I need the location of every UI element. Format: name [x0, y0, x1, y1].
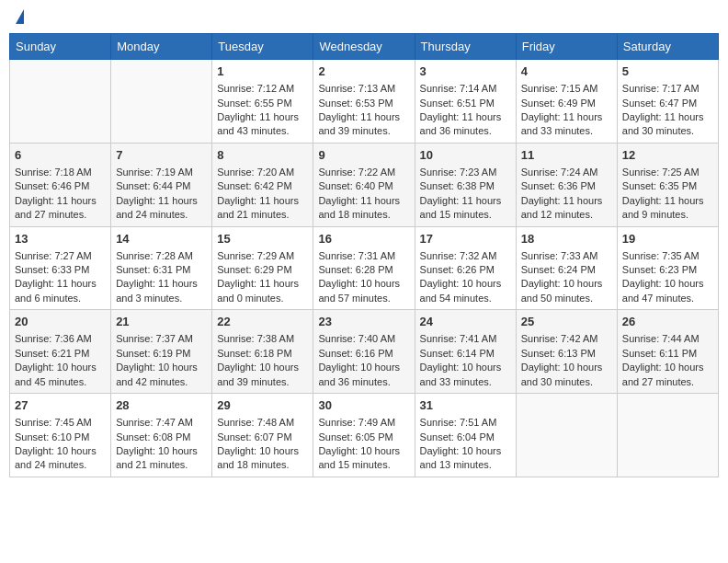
- calendar-header-row: SundayMondayTuesdayWednesdayThursdayFrid…: [10, 34, 719, 60]
- day-number: 29: [217, 397, 308, 414]
- sunrise-text: Sunrise: 7:27 AM: [15, 250, 92, 261]
- day-number: 8: [217, 147, 308, 164]
- calendar-cell: 2 Sunrise: 7:13 AM Sunset: 6:53 PM Dayli…: [313, 60, 415, 144]
- calendar-cell: 27 Sunrise: 7:45 AM Sunset: 6:10 PM Dayl…: [10, 394, 111, 477]
- daylight-text: Daylight: 10 hours and 30 minutes.: [521, 362, 603, 386]
- day-number: 14: [116, 231, 207, 247]
- sunrise-text: Sunrise: 7:38 AM: [217, 333, 294, 344]
- daylight-text: Daylight: 10 hours and 33 minutes.: [420, 362, 502, 386]
- day-number: 24: [420, 314, 511, 330]
- sunset-text: Sunset: 6:36 PM: [521, 180, 596, 191]
- calendar-cell: 29 Sunrise: 7:48 AM Sunset: 6:07 PM Dayl…: [212, 394, 313, 477]
- daylight-text: Daylight: 11 hours and 27 minutes.: [15, 195, 97, 220]
- sunrise-text: Sunrise: 7:48 AM: [217, 417, 294, 428]
- calendar-cell: 3 Sunrise: 7:14 AM Sunset: 6:51 PM Dayli…: [415, 60, 516, 144]
- daylight-text: Daylight: 10 hours and 45 minutes.: [15, 362, 97, 386]
- calendar-cell: 31 Sunrise: 7:51 AM Sunset: 6:04 PM Dayl…: [415, 394, 516, 477]
- calendar-cell: 5 Sunrise: 7:17 AM Sunset: 6:47 PM Dayli…: [617, 60, 718, 144]
- daylight-text: Daylight: 11 hours and 39 minutes.: [318, 111, 400, 136]
- sunset-text: Sunset: 6:05 PM: [318, 431, 392, 442]
- sunset-text: Sunset: 6:11 PM: [622, 348, 697, 359]
- calendar-cell: 26 Sunrise: 7:44 AM Sunset: 6:11 PM Dayl…: [617, 310, 718, 394]
- sunrise-text: Sunrise: 7:13 AM: [318, 83, 395, 94]
- sunset-text: Sunset: 6:14 PM: [420, 348, 495, 359]
- sunset-text: Sunset: 6:28 PM: [318, 264, 392, 275]
- sunset-text: Sunset: 6:08 PM: [116, 431, 190, 442]
- sunrise-text: Sunrise: 7:25 AM: [622, 167, 700, 178]
- sunset-text: Sunset: 6:31 PM: [116, 264, 190, 275]
- daylight-text: Daylight: 11 hours and 3 minutes.: [116, 278, 198, 303]
- day-number: 26: [622, 314, 713, 330]
- day-number: 22: [217, 314, 308, 330]
- sunset-text: Sunset: 6:29 PM: [217, 264, 291, 275]
- calendar-cell: 30 Sunrise: 7:49 AM Sunset: 6:05 PM Dayl…: [313, 394, 415, 477]
- day-number: 15: [217, 231, 308, 247]
- calendar-cell: 10 Sunrise: 7:23 AM Sunset: 6:38 PM Dayl…: [415, 143, 516, 226]
- sunrise-text: Sunrise: 7:49 AM: [318, 417, 395, 428]
- sunset-text: Sunset: 6:16 PM: [318, 348, 392, 359]
- sunrise-text: Sunrise: 7:23 AM: [420, 167, 497, 178]
- calendar-cell: 20 Sunrise: 7:36 AM Sunset: 6:21 PM Dayl…: [10, 310, 111, 394]
- sunrise-text: Sunrise: 7:41 AM: [420, 333, 497, 344]
- calendar-day-header: Sunday: [10, 34, 111, 60]
- sunrise-text: Sunrise: 7:17 AM: [622, 83, 700, 94]
- sunset-text: Sunset: 6:47 PM: [622, 98, 697, 109]
- sunrise-text: Sunrise: 7:28 AM: [116, 250, 193, 261]
- sunset-text: Sunset: 6:21 PM: [15, 348, 89, 359]
- sunset-text: Sunset: 6:53 PM: [318, 98, 392, 109]
- sunrise-text: Sunrise: 7:44 AM: [622, 333, 700, 344]
- day-number: 20: [15, 314, 106, 330]
- calendar-cell: 9 Sunrise: 7:22 AM Sunset: 6:40 PM Dayli…: [313, 143, 415, 226]
- sunset-text: Sunset: 6:04 PM: [420, 431, 495, 442]
- logo-icon: [16, 9, 24, 24]
- sunrise-text: Sunrise: 7:12 AM: [217, 83, 294, 94]
- sunset-text: Sunset: 6:51 PM: [420, 98, 495, 109]
- daylight-text: Daylight: 10 hours and 47 minutes.: [622, 278, 704, 303]
- calendar-cell: 25 Sunrise: 7:42 AM Sunset: 6:13 PM Dayl…: [516, 310, 617, 394]
- calendar-cell: 14 Sunrise: 7:28 AM Sunset: 6:31 PM Dayl…: [111, 226, 212, 310]
- sunset-text: Sunset: 6:44 PM: [116, 180, 190, 191]
- sunset-text: Sunset: 6:46 PM: [15, 180, 89, 191]
- logo: [13, 9, 24, 26]
- calendar-day-header: Wednesday: [313, 34, 415, 60]
- day-number: 13: [15, 231, 106, 247]
- sunset-text: Sunset: 6:35 PM: [622, 180, 697, 191]
- sunrise-text: Sunrise: 7:24 AM: [521, 167, 598, 178]
- daylight-text: Daylight: 10 hours and 57 minutes.: [318, 278, 400, 303]
- calendar-cell: 16 Sunrise: 7:31 AM Sunset: 6:28 PM Dayl…: [313, 226, 415, 310]
- daylight-text: Daylight: 11 hours and 6 minutes.: [15, 278, 97, 303]
- calendar-week-row: 27 Sunrise: 7:45 AM Sunset: 6:10 PM Dayl…: [10, 394, 719, 477]
- sunrise-text: Sunrise: 7:29 AM: [217, 250, 294, 261]
- sunset-text: Sunset: 6:55 PM: [217, 98, 291, 109]
- day-number: 2: [318, 63, 409, 80]
- calendar-week-row: 13 Sunrise: 7:27 AM Sunset: 6:33 PM Dayl…: [10, 226, 719, 310]
- sunset-text: Sunset: 6:40 PM: [318, 180, 392, 191]
- sunrise-text: Sunrise: 7:35 AM: [622, 250, 700, 261]
- day-number: 30: [318, 397, 409, 414]
- sunset-text: Sunset: 6:10 PM: [15, 431, 89, 442]
- daylight-text: Daylight: 11 hours and 24 minutes.: [116, 195, 198, 220]
- sunrise-text: Sunrise: 7:32 AM: [420, 250, 497, 261]
- day-number: 18: [521, 231, 612, 247]
- calendar-cell: 7 Sunrise: 7:19 AM Sunset: 6:44 PM Dayli…: [111, 143, 212, 226]
- calendar-cell: 4 Sunrise: 7:15 AM Sunset: 6:49 PM Dayli…: [516, 60, 617, 144]
- sunset-text: Sunset: 6:07 PM: [217, 431, 291, 442]
- calendar-cell: 19 Sunrise: 7:35 AM Sunset: 6:23 PM Dayl…: [617, 226, 718, 310]
- daylight-text: Daylight: 11 hours and 33 minutes.: [521, 111, 603, 136]
- sunrise-text: Sunrise: 7:40 AM: [318, 333, 395, 344]
- daylight-text: Daylight: 11 hours and 0 minutes.: [217, 278, 299, 303]
- sunset-text: Sunset: 6:49 PM: [521, 98, 596, 109]
- sunrise-text: Sunrise: 7:47 AM: [116, 417, 193, 428]
- day-number: 23: [318, 314, 409, 330]
- daylight-text: Daylight: 11 hours and 9 minutes.: [622, 195, 704, 220]
- calendar-week-row: 20 Sunrise: 7:36 AM Sunset: 6:21 PM Dayl…: [10, 310, 719, 394]
- daylight-text: Daylight: 10 hours and 42 minutes.: [116, 362, 198, 386]
- sunrise-text: Sunrise: 7:31 AM: [318, 250, 395, 261]
- day-number: 9: [318, 147, 409, 164]
- sunrise-text: Sunrise: 7:33 AM: [521, 250, 598, 261]
- sunset-text: Sunset: 6:13 PM: [521, 348, 596, 359]
- calendar-cell: [516, 394, 617, 477]
- calendar-week-row: 6 Sunrise: 7:18 AM Sunset: 6:46 PM Dayli…: [10, 143, 719, 226]
- calendar-cell: 12 Sunrise: 7:25 AM Sunset: 6:35 PM Dayl…: [617, 143, 718, 226]
- calendar-cell: 13 Sunrise: 7:27 AM Sunset: 6:33 PM Dayl…: [10, 226, 111, 310]
